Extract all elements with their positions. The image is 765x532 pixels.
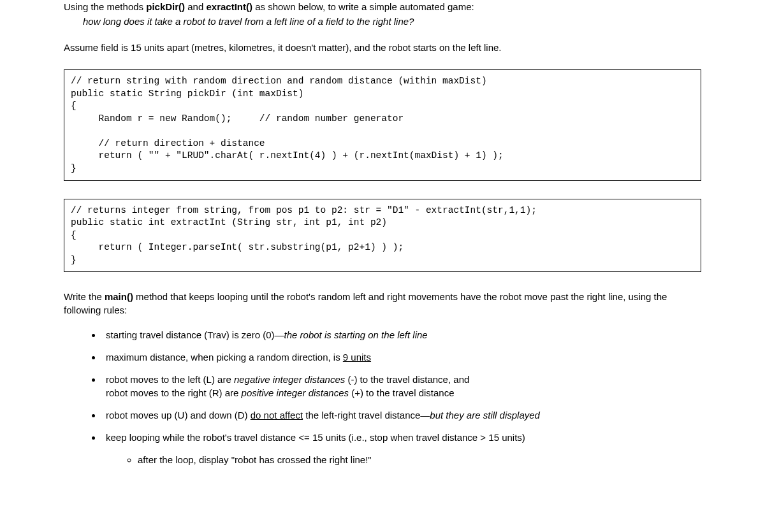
rule-1: starting travel distance (Trav) is zero … [102,328,701,341]
question-line: how long does it take a robot to travel … [83,15,701,28]
rule-1-text: starting travel distance (Trav) is zero … [106,329,284,340]
rules-list: starting travel distance (Trav) is zero … [64,328,701,466]
document-content: Using the methods pickDir() and exractIn… [64,0,701,466]
intro-prefix: Using the methods [64,1,146,12]
rule-4b: do not affect [251,410,303,421]
rule-3f: (+) to the travel distance [349,387,455,398]
task-paragraph: Write the main() method that keeps loopi… [64,290,701,317]
rule-3: robot moves to the left (L) are negative… [102,373,701,399]
rule-3d: robot moves to the right (R) are [106,387,242,398]
task-bold: main() [105,291,133,302]
rule-2-text: maximum distance, when picking a random … [106,352,343,363]
rule-5-text: keep looping while the robot's travel di… [106,432,525,443]
method-pickdir: pickDir() [146,1,185,12]
rule-1-italic: the robot is starting on the left line [284,329,428,340]
rule-2-underline: 9 units [343,352,371,363]
rule-4c: the left-right travel distance— [303,410,430,421]
task-prefix: Write the [64,291,105,302]
rule-4d: but they are still displayed [430,410,540,421]
assume-line: Assume field is 15 units apart (metres, … [64,41,701,54]
rule-3e: positive integer distances [242,387,349,398]
rule-4a: robot moves up (U) and down (D) [106,410,251,421]
rule-3a: robot moves to the left (L) are [106,374,234,385]
code-block-pickdir: // return string with random direction a… [64,69,701,181]
rule-3b: negative integer distances [234,374,345,385]
intro-paragraph: Using the methods pickDir() and exractIn… [64,0,701,13]
rule-4: robot moves up (U) and down (D) do not a… [102,408,701,422]
rule-2: maximum distance, when picking a random … [102,350,701,364]
rule-5-sublist: after the loop, display "robot has cross… [106,453,701,466]
task-suffix: method that keeps looping until the robo… [64,291,667,315]
code-block-extractint: // returns integer from string, from pos… [64,199,701,273]
rule-5-sub: after the loop, display "robot has cross… [138,453,701,466]
intro-suffix: as shown below, to write a simple automa… [252,1,474,12]
rule-3c: (-) to the travel distance, and [345,374,469,385]
method-extractint: exractInt() [206,1,252,12]
rule-5: keep looping while the robot's travel di… [102,431,701,466]
intro-mid: and [185,1,206,12]
